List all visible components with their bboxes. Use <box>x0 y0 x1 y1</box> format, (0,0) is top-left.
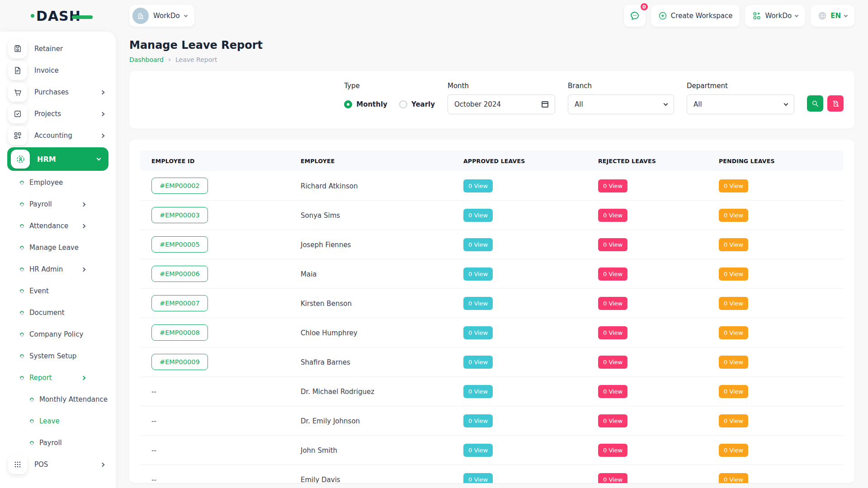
rejected-leaves-badge[interactable]: 0 View <box>598 326 627 339</box>
department-select[interactable]: All <box>687 94 794 114</box>
logo[interactable]: DASH <box>0 0 116 32</box>
plus-circle-icon <box>658 11 667 20</box>
pending-leaves-badge[interactable]: 0 View <box>719 179 748 192</box>
approved-leaves-badge[interactable]: 0 View <box>463 414 493 427</box>
rejected-leaves-badge[interactable]: 0 View <box>598 385 627 398</box>
building-icon <box>137 12 145 20</box>
sidebar-subitem-event[interactable]: Event <box>0 280 116 302</box>
radio-checked-icon <box>344 100 352 108</box>
approved-leaves-badge[interactable]: 0 View <box>463 444 493 457</box>
rejected-leaves-badge[interactable]: 0 View <box>598 267 627 281</box>
employee-id-chip[interactable]: #EMP00008 <box>151 324 208 341</box>
rejected-leaves-badge[interactable]: 0 View <box>598 297 627 310</box>
workspace-switcher[interactable]: WorkDo <box>129 5 194 27</box>
rejected-leaves-badge[interactable]: 0 View <box>598 238 627 251</box>
sidebar-subitem-employee[interactable]: Employee <box>0 172 116 193</box>
employee-id-chip[interactable]: #EMP00003 <box>151 207 208 223</box>
create-workspace-button[interactable]: Create Workspace <box>651 5 740 27</box>
rejected-leaves-badge[interactable]: 0 View <box>598 444 627 457</box>
approved-leaves-badge[interactable]: 0 View <box>463 385 493 398</box>
sidebar-subitem-attendance[interactable]: Attendance <box>0 215 116 237</box>
sidebar-item-purchases[interactable]: Purchases <box>0 81 116 103</box>
workspace-dropdown[interactable]: WorkDo <box>745 5 805 27</box>
chevron-right-icon <box>100 133 105 138</box>
chevron-down-icon <box>97 156 101 161</box>
sidebar-subitem-system-setup[interactable]: System Setup <box>0 345 116 367</box>
approved-leaves-badge[interactable]: 0 View <box>463 179 493 192</box>
approved-leaves-badge[interactable]: 0 View <box>463 209 493 222</box>
approved-leaves-badge[interactable]: 0 View <box>463 326 493 339</box>
approved-leaves-badge[interactable]: 0 View <box>463 238 493 251</box>
reset-button[interactable] <box>827 95 844 112</box>
sidebar-item-projects[interactable]: Projects <box>0 103 116 125</box>
sidebar-subitem-monthly-attendance[interactable]: Monthly Attendance <box>0 389 116 410</box>
leave-report-table-card: EMPLOYEE ID EMPLOYEE APPROVED LEAVES REJ… <box>129 140 854 483</box>
sidebar-subitem-payroll[interactable]: Payroll <box>0 193 116 215</box>
month-input[interactable]: October 2024 <box>448 94 555 114</box>
bullet-icon <box>29 418 35 424</box>
pending-leaves-badge[interactable]: 0 View <box>719 444 748 457</box>
approved-leaves-badge[interactable]: 0 View <box>463 473 493 483</box>
col-approved-leaves: APPROVED LEAVES <box>452 158 587 164</box>
sidebar-subitem-manage-leave[interactable]: Manage Leave <box>0 237 116 258</box>
sidebar-item-hrm[interactable]: HRM <box>7 147 108 171</box>
employee-id-chip[interactable]: #EMP00002 <box>151 178 208 194</box>
pending-leaves-badge[interactable]: 0 View <box>719 473 748 483</box>
app-root: DASH Retainer Invoice Purchases Projects… <box>0 0 868 488</box>
month-filter-group: Month October 2024 <box>448 82 555 114</box>
table-row: #EMP00009 Shafira Barnes 0 View 0 View 0… <box>140 347 844 377</box>
sidebar-subitem-document[interactable]: Document <box>0 302 116 324</box>
col-employee-id: EMPLOYEE ID <box>140 158 289 164</box>
search-button[interactable] <box>807 95 823 112</box>
sidebar-subitem-company-policy[interactable]: Company Policy <box>0 324 116 345</box>
rejected-leaves-badge[interactable]: 0 View <box>598 356 627 369</box>
topbar: WorkDo 0 Create Workspace <box>129 0 854 32</box>
rejected-leaves-badge[interactable]: 0 View <box>598 209 627 222</box>
sidebar-item-pos[interactable]: POS <box>0 454 116 475</box>
sidebar-item-invoice[interactable]: Invoice <box>0 60 116 81</box>
type-filter-group: Type Monthly Yearly <box>344 82 435 114</box>
rejected-leaves-badge[interactable]: 0 View <box>598 179 627 192</box>
pending-leaves-badge[interactable]: 0 View <box>719 326 748 339</box>
pending-leaves-badge[interactable]: 0 View <box>719 209 748 222</box>
approved-leaves-badge[interactable]: 0 View <box>463 267 493 281</box>
sidebar-subitem-payroll[interactable]: Payroll <box>0 432 116 454</box>
branch-label: Branch <box>568 82 674 90</box>
type-label: Type <box>344 82 435 90</box>
pending-leaves-badge[interactable]: 0 View <box>719 356 748 369</box>
chevron-down-icon <box>844 13 848 17</box>
filter-card: Type Monthly Yearly Month October 2024 <box>129 71 854 129</box>
bullet-icon <box>19 375 25 381</box>
page-title: Manage Leave Report <box>129 39 854 52</box>
breadcrumb-dashboard-link[interactable]: Dashboard <box>129 56 164 63</box>
bullet-icon <box>19 267 25 272</box>
employee-id-chip[interactable]: #EMP00007 <box>151 295 208 311</box>
sidebar-item-retainer[interactable]: Retainer <box>0 38 116 60</box>
employee-id-chip[interactable]: #EMP00006 <box>151 266 208 282</box>
sidebar-subitem-report[interactable]: Report <box>0 367 116 389</box>
pending-leaves-badge[interactable]: 0 View <box>719 238 748 251</box>
radio-monthly[interactable]: Monthly <box>344 100 387 108</box>
sidebar-subitem-leave[interactable]: Leave <box>0 410 116 432</box>
pending-leaves-badge[interactable]: 0 View <box>719 385 748 398</box>
sidebar-subitem-hr-admin[interactable]: HR Admin <box>0 258 116 280</box>
rejected-leaves-badge[interactable]: 0 View <box>598 473 627 483</box>
messages-button[interactable]: 0 <box>624 5 646 27</box>
rejected-leaves-badge[interactable]: 0 View <box>598 414 627 427</box>
table-row: #EMP00008 Chloe Humphrey 0 View 0 View 0… <box>140 318 844 347</box>
pending-leaves-badge[interactable]: 0 View <box>719 297 748 310</box>
radio-yearly[interactable]: Yearly <box>399 100 435 108</box>
filter-buttons <box>807 95 844 112</box>
pending-leaves-badge[interactable]: 0 View <box>719 267 748 281</box>
pending-leaves-badge[interactable]: 0 View <box>719 414 748 427</box>
approved-leaves-badge[interactable]: 0 View <box>463 356 493 369</box>
breadcrumb-current: Leave Report <box>175 56 217 63</box>
month-label: Month <box>448 82 555 90</box>
language-selector[interactable]: EN <box>811 5 854 27</box>
employee-id-chip[interactable]: #EMP00009 <box>151 354 208 370</box>
bullet-icon <box>19 180 25 186</box>
sidebar-item-accounting[interactable]: Accounting <box>0 125 116 146</box>
branch-select[interactable]: All <box>568 94 674 114</box>
approved-leaves-badge[interactable]: 0 View <box>463 297 493 310</box>
employee-id-chip[interactable]: #EMP00005 <box>151 236 208 253</box>
